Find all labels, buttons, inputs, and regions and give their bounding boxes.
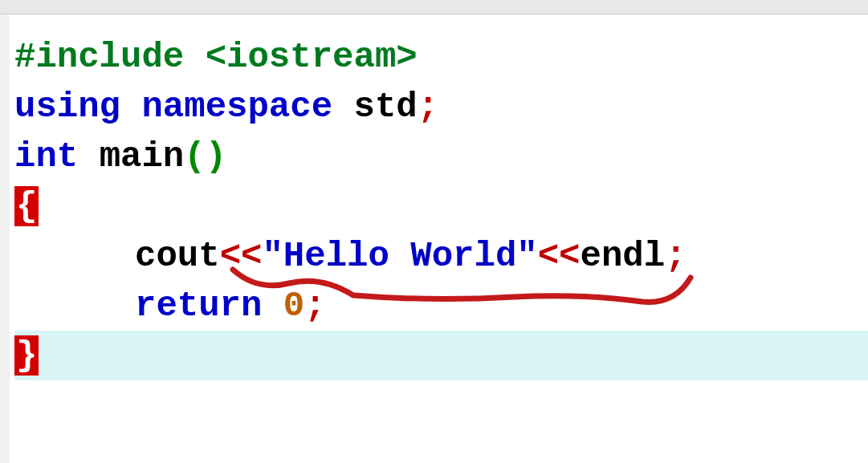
preproc-include: #include: [14, 37, 206, 77]
identifier-main: main: [100, 136, 185, 177]
code-editor[interactable]: #include <iostream> using namespace std;…: [0, 14, 868, 380]
keyword-return: return: [135, 286, 283, 326]
code-line-7[interactable]: }: [14, 331, 868, 380]
keyword-int: int: [14, 136, 100, 177]
operator-stream: <<: [220, 236, 263, 276]
tab-bar[interactable]: [0, 0, 868, 14]
number-literal: 0: [283, 286, 304, 326]
keyword-namespace: namespace: [141, 87, 353, 127]
code-line-3[interactable]: int main(): [14, 132, 868, 181]
semicolon: ;: [304, 286, 325, 326]
lparen: (: [184, 136, 205, 177]
keyword-using: using: [14, 87, 141, 127]
identifier-cout: cout: [135, 236, 220, 276]
preproc-header: <iostream>: [206, 37, 418, 77]
operator-stream: <<: [538, 236, 581, 276]
rparen: ): [206, 136, 226, 177]
brace-open-highlighted: {: [14, 186, 39, 226]
brace-close-highlighted: }: [14, 335, 39, 376]
code-line-1[interactable]: #include <iostream>: [14, 32, 868, 82]
semicolon: ;: [665, 236, 686, 276]
string-literal: "Hello World": [262, 236, 537, 276]
identifier-std: std: [353, 87, 417, 127]
current-line-highlight: [14, 331, 868, 380]
semicolon: ;: [418, 87, 438, 127]
code-line-4[interactable]: {: [14, 181, 868, 231]
code-line-2[interactable]: using namespace std;: [14, 82, 868, 132]
code-line-6[interactable]: return 0;: [14, 281, 868, 331]
code-line-5[interactable]: cout<<"Hello World"<<endl;: [14, 231, 868, 281]
identifier-endl: endl: [581, 236, 666, 276]
